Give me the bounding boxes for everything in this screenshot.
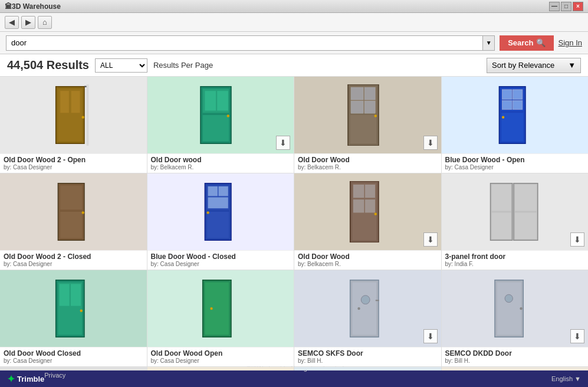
item-author: by: India F. — [445, 261, 585, 267]
search-input[interactable] — [6, 36, 482, 50]
item-author: by: Belkacem R. — [151, 164, 291, 170]
footer: ✦ Trimble ©2015 Trimble Navigation Limit… — [0, 370, 588, 387]
forward-button[interactable]: ▶ — [21, 16, 35, 29]
svg-rect-62 — [352, 282, 376, 334]
item-author: by: Casa Designer — [445, 164, 585, 170]
svg-rect-45 — [365, 199, 375, 212]
window-controls: — □ × — [549, 2, 583, 11]
grid-item[interactable]: ⬇Old Door woodby: Belkacem R. — [147, 77, 294, 173]
download-button[interactable]: ⬇ — [423, 136, 438, 150]
svg-rect-43 — [365, 185, 375, 198]
grid-item[interactable]: Old Door Wood 2 - Closedby: Casa Designe… — [0, 173, 147, 270]
sort-label: Sort by Relevance — [492, 61, 554, 70]
grid-item[interactable]: ⬇Old Door Woodby: Belkacem R. — [294, 77, 441, 173]
language-dropdown-icon[interactable]: ▼ — [574, 375, 581, 382]
signin-link[interactable]: Sign In — [559, 38, 582, 47]
grid-item[interactable]: ⬇Old Door Woodby: Belkacem R. — [294, 173, 441, 270]
svg-rect-68 — [505, 294, 513, 302]
svg-rect-52 — [515, 212, 536, 239]
svg-rect-18 — [351, 101, 363, 113]
svg-rect-50 — [492, 212, 511, 239]
item-author: by: Belkacem R. — [298, 164, 438, 170]
svg-rect-3 — [71, 91, 80, 113]
grid-item[interactable]: Old Door Wood Openby: Casa Designer — [147, 270, 294, 366]
download-button[interactable]: ⬇ — [276, 136, 290, 150]
svg-rect-2 — [60, 91, 69, 113]
sort-chevron-icon: ▼ — [568, 61, 576, 70]
svg-point-20 — [374, 114, 376, 117]
svg-rect-42 — [353, 185, 364, 198]
grid-item[interactable]: Door Model 14by: Designer — [147, 367, 294, 370]
item-author: by: Casa Designer — [151, 261, 291, 267]
item-title: Old Door Wood — [298, 156, 438, 164]
svg-rect-6 — [87, 84, 89, 146]
item-title: 3-panel front door — [445, 252, 585, 261]
download-button[interactable]: ⬇ — [570, 329, 584, 343]
grid-item[interactable]: Old Door Wood 2 - Openby: Casa Designer — [0, 77, 147, 173]
svg-rect-31 — [60, 212, 82, 238]
back-button[interactable]: ◀ — [5, 16, 19, 29]
item-title: Old Door Wood 2 - Closed — [4, 252, 143, 261]
filter-select[interactable]: ALL Models Collections — [95, 58, 147, 73]
svg-point-60 — [211, 307, 213, 310]
svg-rect-67 — [497, 282, 521, 334]
search-icon: 🔍 — [536, 38, 546, 47]
item-author: by: Belkacem R. — [298, 261, 438, 267]
app-icon: 🏛 — [5, 2, 12, 11]
svg-rect-38 — [208, 197, 228, 208]
item-title: Old Door Wood Open — [151, 349, 291, 358]
minimize-button[interactable]: — — [549, 2, 560, 11]
home-button[interactable]: ⌂ — [38, 16, 52, 29]
grid-item[interactable]: ⬇3-panel front doorby: India F. — [442, 173, 589, 270]
svg-rect-30 — [60, 185, 82, 209]
trimble-logo: ✦ Trimble — [7, 373, 44, 385]
search-dropdown-button[interactable]: ▼ — [482, 36, 494, 50]
item-title: Old Door Wood — [298, 252, 438, 261]
svg-rect-11 — [218, 91, 229, 110]
svg-rect-16 — [351, 87, 363, 100]
svg-rect-59 — [205, 282, 229, 334]
privacy-link[interactable]: Privacy — [44, 372, 551, 379]
results-count: 44,504 Results — [7, 58, 89, 72]
trimble-star-icon: ✦ — [7, 373, 15, 385]
svg-rect-49 — [492, 185, 511, 211]
svg-rect-56 — [71, 284, 81, 306]
grid-item[interactable]: ⬇SEMCO SKFS Doorby: Bill H. — [294, 270, 441, 366]
item-author: by: Casa Designer — [4, 358, 143, 364]
download-button[interactable]: ⬇ — [423, 232, 438, 247]
svg-point-46 — [374, 212, 376, 215]
svg-rect-25 — [513, 90, 523, 99]
grid-item[interactable]: Old Door Wood Closedby: Casa Designer — [0, 270, 147, 366]
grid-item[interactable]: Blue Door Wood - Openby: Casa Designer — [442, 77, 589, 173]
svg-rect-19 — [364, 101, 375, 113]
grid-area: Old Door Wood 2 - Openby: Casa Designer … — [0, 77, 588, 370]
searchbar: ▼ Search 🔍 Sign In — [0, 32, 588, 54]
item-title: Old Door wood — [151, 156, 291, 164]
search-button-label: Search — [508, 38, 533, 47]
svg-rect-44 — [353, 199, 364, 212]
search-input-wrapper: ▼ — [6, 35, 495, 51]
svg-rect-9 — [203, 115, 229, 142]
svg-rect-24 — [502, 90, 512, 99]
svg-rect-26 — [502, 100, 512, 109]
svg-point-69 — [520, 307, 523, 310]
titlebar: 🏛 3D Warehouse — □ × — [0, 0, 588, 13]
grid-item[interactable]: Blue Door Wood - Closedby: Casa Designer — [147, 173, 294, 270]
search-button[interactable]: Search 🔍 — [500, 35, 553, 51]
svg-point-39 — [207, 211, 209, 214]
grid-item[interactable]: ⬇SEMCO DKDD Doorby: Bill H. — [442, 270, 589, 366]
grid-item[interactable]: Door Model 16by: Designer — [442, 367, 589, 370]
download-button[interactable]: ⬇ — [423, 329, 438, 343]
svg-rect-36 — [208, 186, 218, 196]
svg-rect-27 — [513, 100, 523, 109]
close-button[interactable]: × — [573, 2, 583, 11]
svg-point-57 — [80, 309, 82, 311]
item-title: Blue Door Wood - Closed — [151, 252, 291, 261]
sort-dropdown[interactable]: Sort by Relevance ▼ — [487, 58, 581, 73]
item-title: Blue Door Wood - Open — [445, 156, 585, 164]
download-button[interactable]: ⬇ — [570, 232, 584, 247]
grid-item[interactable]: Door Model 15by: Designer — [294, 367, 441, 370]
brand-name: Trimble — [17, 375, 44, 383]
grid-item[interactable]: Door Model 13by: Designer — [0, 367, 147, 370]
maximize-button[interactable]: □ — [561, 2, 571, 11]
